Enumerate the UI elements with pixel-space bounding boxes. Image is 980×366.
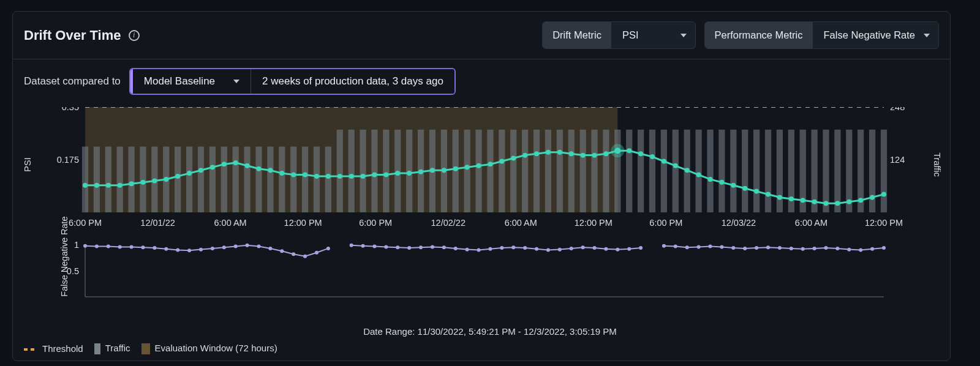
svg-point-170 <box>176 248 179 252</box>
svg-point-102 <box>430 168 435 173</box>
svg-point-88 <box>268 168 273 173</box>
svg-point-137 <box>835 201 840 206</box>
svg-point-103 <box>442 168 447 173</box>
svg-point-194 <box>466 248 469 252</box>
svg-rect-54 <box>696 130 702 212</box>
svg-text:12:00 PM: 12:00 PM <box>284 218 322 228</box>
svg-point-81 <box>187 171 192 176</box>
svg-point-189 <box>407 246 411 250</box>
compared-to-label: Dataset compared to <box>24 75 121 88</box>
svg-point-228 <box>870 247 874 251</box>
svg-point-108 <box>499 159 504 163</box>
svg-point-206 <box>604 247 608 251</box>
svg-rect-15 <box>244 147 250 213</box>
svg-rect-38 <box>510 130 516 212</box>
svg-point-183 <box>326 247 330 250</box>
panel-header: Drift Over Time i Drift Metric PSI Perfo… <box>13 12 950 59</box>
svg-text:12:00 PM: 12:00 PM <box>575 218 612 228</box>
svg-point-225 <box>835 247 839 250</box>
chart-legend: Threshold Traffic Evaluation Window (72 … <box>13 337 950 358</box>
svg-point-180 <box>292 252 295 256</box>
svg-point-116 <box>592 153 597 158</box>
svg-point-77 <box>140 180 145 185</box>
svg-rect-9 <box>175 147 181 213</box>
svg-rect-59 <box>753 130 760 212</box>
svg-point-95 <box>349 174 354 179</box>
svg-point-140 <box>870 195 875 200</box>
svg-rect-49 <box>638 130 644 212</box>
svg-point-107 <box>488 162 492 166</box>
baseline-meta[interactable]: 2 weeks of production data, 3 days ago <box>251 69 454 94</box>
svg-point-111 <box>534 151 539 156</box>
svg-point-76 <box>129 181 134 186</box>
svg-rect-50 <box>649 130 655 212</box>
svg-point-208 <box>627 247 631 251</box>
svg-point-125 <box>696 173 701 177</box>
svg-point-215 <box>720 245 723 248</box>
svg-point-104 <box>453 166 458 171</box>
traffic-swatch-icon <box>94 343 100 354</box>
svg-point-123 <box>673 163 678 168</box>
svg-point-110 <box>522 153 527 158</box>
svg-text:6:00 AM: 6:00 AM <box>505 218 537 228</box>
svg-point-207 <box>616 248 619 252</box>
info-icon[interactable]: i <box>129 30 140 41</box>
svg-text:12/03/22: 12/03/22 <box>722 218 756 228</box>
svg-point-74 <box>106 183 111 188</box>
svg-point-84 <box>222 162 227 166</box>
svg-point-82 <box>198 168 203 173</box>
svg-rect-19 <box>290 147 296 213</box>
svg-rect-55 <box>707 130 713 212</box>
svg-point-83 <box>210 165 215 170</box>
svg-rect-22 <box>325 147 331 213</box>
drift-chart-svg: 0.350.1752481246:00 PM12/01/226:00 AM12:… <box>56 107 913 321</box>
svg-rect-65 <box>823 130 829 212</box>
svg-point-218 <box>755 246 758 250</box>
svg-rect-6 <box>140 147 146 213</box>
svg-rect-52 <box>673 130 679 212</box>
svg-point-129 <box>742 186 747 191</box>
baseline-dropdown[interactable]: Model Baseline <box>130 69 251 94</box>
svg-point-209 <box>639 246 643 250</box>
svg-rect-23 <box>337 130 343 212</box>
svg-point-168 <box>153 246 156 250</box>
svg-point-195 <box>477 248 481 252</box>
svg-rect-48 <box>626 130 632 212</box>
svg-text:248: 248 <box>890 107 905 112</box>
drift-metric-value: PSI <box>622 29 639 41</box>
svg-point-135 <box>812 200 817 204</box>
svg-rect-27 <box>383 130 389 212</box>
threshold-swatch-icon <box>24 348 37 351</box>
svg-rect-35 <box>475 130 481 212</box>
svg-rect-2 <box>94 147 100 213</box>
svg-rect-20 <box>302 147 308 213</box>
perf-metric-dropdown[interactable]: False Negative Rate <box>813 22 939 48</box>
svg-point-174 <box>222 245 226 249</box>
svg-point-80 <box>175 174 180 179</box>
svg-point-72 <box>83 183 88 188</box>
page-title: Drift Over Time <box>24 28 121 43</box>
svg-point-191 <box>431 245 434 248</box>
svg-point-100 <box>407 171 412 176</box>
svg-point-220 <box>778 246 782 250</box>
comparison-subheader: Dataset compared to Model Baseline 2 wee… <box>13 59 950 99</box>
svg-point-217 <box>743 247 747 250</box>
baseline-label: Model Baseline <box>144 75 215 88</box>
legend-eval-window: Evaluation Window (72 hours) <box>141 343 277 354</box>
svg-point-79 <box>164 177 168 182</box>
svg-point-119 <box>627 148 631 153</box>
psi-axis-label: PSI <box>23 157 32 171</box>
perf-metric-value: False Negative Rate <box>824 29 916 41</box>
svg-rect-45 <box>591 130 597 212</box>
svg-point-162 <box>83 244 87 248</box>
svg-point-122 <box>662 159 666 163</box>
svg-point-227 <box>859 248 862 252</box>
traffic-axis-label: Traffic <box>932 152 941 176</box>
svg-point-185 <box>361 244 365 248</box>
drift-metric-dropdown[interactable]: PSI <box>611 22 695 48</box>
svg-text:0.35: 0.35 <box>62 107 79 112</box>
svg-point-98 <box>383 173 388 177</box>
svg-point-112 <box>546 150 551 155</box>
svg-text:12/02/22: 12/02/22 <box>431 218 466 228</box>
svg-point-143 <box>614 148 620 154</box>
